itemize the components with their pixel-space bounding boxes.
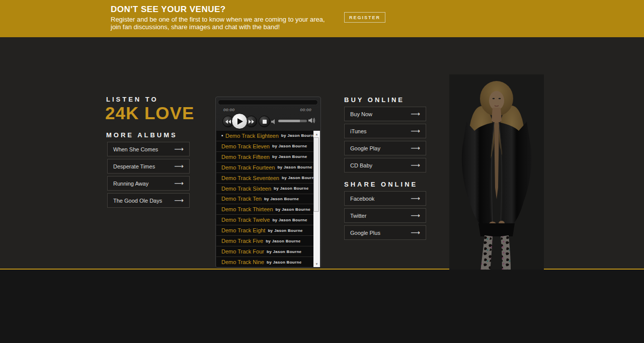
arrow-right-icon: ⟶	[411, 195, 420, 202]
track-title: Demo Track Four	[221, 248, 264, 254]
track-title: Demo Track Eight	[221, 227, 265, 233]
track-title: Demo Track Thirteen	[221, 206, 273, 212]
album-button-when-she-comes[interactable]: When She Comes ⟶	[107, 142, 190, 156]
volume-mute-icon[interactable]	[271, 118, 277, 127]
arrow-right-icon: ⟶	[411, 162, 420, 168]
button-label: Google Play	[350, 145, 380, 151]
track-title: Demo Track Fourteen	[221, 164, 275, 170]
register-button[interactable]: REGISTER	[344, 12, 385, 23]
arrow-right-icon: ⟶	[411, 128, 420, 134]
more-albums-heading: MORE ALBUMS	[106, 131, 178, 139]
arrow-right-icon: ⟶	[174, 180, 184, 187]
twitter-button[interactable]: Twitter ⟶	[344, 208, 426, 223]
album-title: 24K LOVE	[105, 103, 194, 123]
listen-to-label: LISTEN TO	[106, 96, 158, 103]
track-row[interactable]: Demo Track Twelve by Jason Bourne	[216, 215, 314, 225]
track-row[interactable]: Demo Track Thirteen by Jason Bourne	[216, 204, 314, 215]
track-title: Demo Track Eleven	[221, 143, 270, 149]
tracklist-scrollbar[interactable]: ▲ ▼	[313, 131, 320, 267]
elapsed-time: 00:00	[223, 108, 235, 112]
rewind-icon	[225, 120, 231, 124]
button-label: Facebook	[350, 196, 374, 202]
stop-button[interactable]	[259, 116, 270, 127]
banner-subtitle-line2: join fan discussions, share images and c…	[111, 23, 325, 31]
scroll-down-icon[interactable]: ▼	[313, 261, 320, 267]
arrow-right-icon: ⟶	[174, 163, 184, 169]
track-row[interactable]: Demo Track Five by Jason Bourne	[216, 236, 314, 246]
track-credit: by Jason Bourne	[266, 239, 300, 243]
banner-subtitle: Register and be one of the first to know…	[111, 16, 325, 31]
track-title: Demo Track Five	[221, 238, 263, 244]
volume-slider[interactable]	[278, 120, 307, 122]
music-player: 00:00 00:00	[215, 97, 321, 268]
track-title: Demo Track Fifteen	[221, 154, 270, 160]
track-title: Demo Track Ten	[221, 196, 262, 202]
google-play-button[interactable]: Google Play ⟶	[344, 141, 426, 155]
share-online-heading: SHARE ONLINE	[344, 181, 418, 188]
banner-title: DON'T SEE YOUR VENUE?	[111, 5, 226, 15]
tracklist: ■ Demo Track Eighteen by Jason Bourne De…	[216, 131, 314, 267]
track-title: Demo Track Sixteen	[221, 186, 271, 192]
track-row[interactable]: ■ Demo Track Eighteen by Jason Bourne	[216, 131, 314, 141]
track-credit: by Jason Bourne	[272, 218, 307, 222]
facebook-button[interactable]: Facebook ⟶	[344, 191, 426, 206]
track-title: Demo Track Nine	[221, 259, 264, 265]
album-button-good-ole-days[interactable]: The Good Ole Days ⟶	[107, 193, 190, 208]
seek-bar[interactable]	[218, 100, 318, 105]
track-credit: by Jason Bourne	[267, 260, 301, 265]
buy-now-button[interactable]: Buy Now ⟶	[344, 107, 426, 121]
merchandise-section: NEW MERCHANDISE	[0, 270, 644, 343]
track-credit: by Jason Bourne	[276, 207, 310, 212]
track-title: Demo Track Eighteen	[225, 133, 279, 139]
fast-forward-icon	[249, 120, 254, 124]
scroll-up-icon[interactable]: ▲	[313, 131, 320, 137]
track-credit: by Jason Bourne	[282, 176, 314, 180]
banner-subtitle-line1: Register and be one of the first to know…	[111, 16, 325, 23]
track-row[interactable]: Demo Track Sixteen by Jason Bourne	[216, 184, 314, 194]
track-row[interactable]: Demo Track Eleven by Jason Bourne	[216, 141, 314, 152]
album-button-desperate-times[interactable]: Desperate Times ⟶	[107, 159, 190, 174]
volume-max-icon[interactable]	[308, 117, 315, 126]
arrow-right-icon: ⟶	[174, 146, 184, 152]
track-credit: by Jason Bourne	[274, 186, 308, 191]
venue-banner: DON'T SEE YOUR VENUE? Register and be on…	[0, 0, 644, 37]
now-playing-icon: ■	[221, 134, 223, 137]
scrollbar-thumb[interactable]	[313, 137, 319, 212]
track-title: Demo Track Seventeen	[221, 175, 279, 181]
page: DON'T SEE YOUR VENUE? Register and be on…	[0, 0, 644, 343]
play-icon	[237, 118, 243, 125]
track-title: Demo Track Twelve	[221, 217, 270, 223]
track-credit: by Jason Bourne	[272, 144, 307, 148]
track-row[interactable]: Demo Track Fourteen by Jason Bourne	[216, 162, 314, 173]
track-credit: by Jason Bourne	[272, 154, 307, 159]
button-label: Google Plus	[350, 230, 380, 236]
button-label: Buy Now	[350, 111, 372, 117]
button-label: Running Away	[113, 181, 148, 187]
track-row[interactable]: Demo Track Seventeen by Jason Bourne	[216, 173, 314, 184]
arrow-right-icon: ⟶	[411, 212, 420, 219]
track-credit: by Jason Bourne	[268, 228, 302, 233]
button-label: The Good Ole Days	[113, 198, 162, 204]
track-row[interactable]: Demo Track Eight by Jason Bourne	[216, 225, 314, 236]
track-row[interactable]: Demo Track Nine by Jason Bourne	[216, 257, 314, 267]
arrow-right-icon: ⟶	[174, 197, 184, 204]
main-section: LISTEN TO 24K LOVE MORE ALBUMS When She …	[0, 37, 644, 270]
total-time: 00:00	[300, 108, 311, 112]
track-row[interactable]: Demo Track Ten by Jason Bourne	[216, 194, 314, 205]
button-label: Desperate Times	[113, 163, 155, 169]
play-button[interactable]	[231, 113, 248, 129]
album-button-running-away[interactable]: Running Away ⟶	[107, 176, 190, 191]
track-credit: by Jason Bourne	[281, 133, 314, 138]
arrow-right-icon: ⟶	[411, 145, 420, 151]
google-plus-button[interactable]: Google Plus ⟶	[344, 225, 426, 240]
itunes-button[interactable]: iTunes ⟶	[344, 124, 426, 138]
track-row[interactable]: Demo Track Fifteen by Jason Bourne	[216, 152, 314, 162]
button-label: When She Comes	[113, 146, 158, 152]
button-label: Twitter	[350, 213, 366, 219]
track-credit: by Jason Bourne	[267, 249, 301, 254]
button-label: CD Baby	[350, 162, 372, 168]
arrow-right-icon: ⟶	[411, 229, 420, 236]
buy-online-heading: BUY ONLINE	[344, 96, 405, 104]
track-row[interactable]: Demo Track Four by Jason Bourne	[216, 246, 314, 257]
cd-baby-button[interactable]: CD Baby ⟶	[344, 158, 426, 173]
